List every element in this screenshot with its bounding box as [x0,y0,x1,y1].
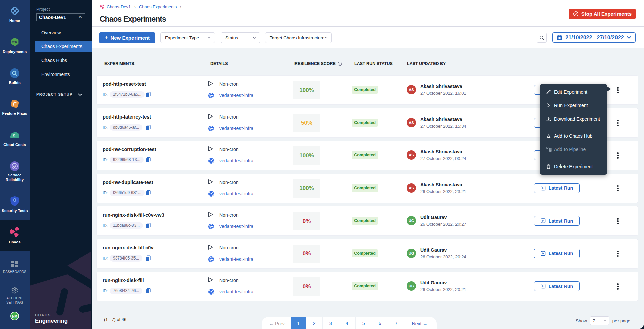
svg-text:$: $ [13,133,15,138]
